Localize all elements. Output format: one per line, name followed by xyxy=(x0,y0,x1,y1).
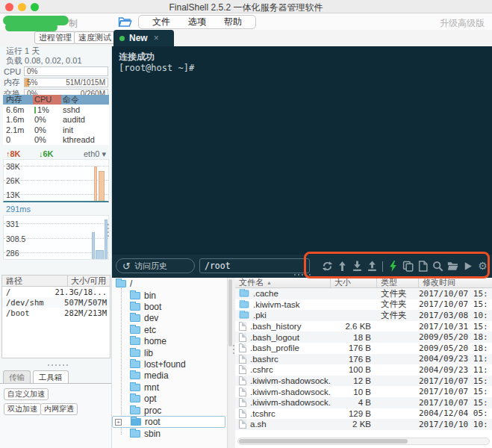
tree-node[interactable]: opt xyxy=(112,393,227,405)
tab-close-icon[interactable]: × xyxy=(154,33,159,43)
paste-icon[interactable] xyxy=(417,261,429,272)
file-row[interactable]: .kiwivm-shadowsock... 12 B2017/10/07 15: xyxy=(235,376,492,387)
column-size[interactable]: 大小 xyxy=(331,278,377,287)
folder-icon xyxy=(130,326,140,334)
upload-icon[interactable] xyxy=(367,261,378,272)
disk-row[interactable]: /boot 282M/213M xyxy=(2,308,110,318)
connection-manager-folder-icon[interactable] xyxy=(118,16,132,29)
file-icon xyxy=(239,409,246,418)
folder-icon xyxy=(130,384,140,391)
column-type[interactable]: 类型 xyxy=(377,278,419,287)
play-icon[interactable] xyxy=(462,261,473,272)
process-row[interactable]: 1.6m 0% auditd xyxy=(3,115,109,125)
disk-table-header[interactable]: 路径 大小/可用 xyxy=(2,276,110,287)
file-icon xyxy=(239,343,246,352)
process-manager-button[interactable]: 进程管理 xyxy=(34,31,76,44)
bottom-panel-splitter[interactable] xyxy=(48,364,68,366)
file-row[interactable]: .tcshrc 129 B2004/12/04 05: xyxy=(235,408,492,420)
sidebar-splitter[interactable] xyxy=(108,224,109,237)
chart-bar xyxy=(92,232,95,259)
file-row[interactable]: .kiwivm-shadowsock... 4 B2017/10/07 15: xyxy=(235,397,492,408)
menu-file[interactable]: 文件 xyxy=(143,16,179,28)
copy-icon[interactable] xyxy=(402,261,414,272)
folder-icon xyxy=(116,280,126,287)
history-dropdown[interactable]: ↺ 访问历史 xyxy=(116,258,195,273)
ping-value-label: 291ms xyxy=(6,205,31,214)
upgrade-premium-link[interactable]: 升级高级版 xyxy=(440,17,485,30)
file-browser: / bin boot dev etc home lib lost+found m… xyxy=(112,278,492,448)
file-row[interactable]: .cshrc 100 B2004/09/23 11: xyxy=(235,364,492,376)
file-row[interactable]: .bash_profile 176 B2009/05/20 18: xyxy=(235,343,492,354)
folder-icon xyxy=(130,314,140,322)
redaction-blob xyxy=(5,23,57,31)
open-folder-icon[interactable] xyxy=(447,261,458,272)
tree-node[interactable]: home xyxy=(112,336,227,347)
file-row[interactable]: .bashrc 176 B2004/09/23 11: xyxy=(235,354,492,365)
column-mtime[interactable]: 修改时间 xyxy=(419,278,492,287)
up-directory-icon[interactable] xyxy=(337,261,348,272)
file-row[interactable]: .bash_history 2.6 KB2017/10/31 15: xyxy=(235,321,492,332)
disk-row[interactable]: / 21.3G/18... xyxy=(2,287,110,297)
download-icon[interactable] xyxy=(352,261,363,272)
tree-node[interactable]: proc xyxy=(112,405,227,416)
file-row[interactable]: .kiwivm-shadowsock... 10 B2017/10/07 15: xyxy=(235,386,492,397)
main-menu: 文件 选项 帮助 xyxy=(138,15,256,29)
speed-test-button[interactable]: 速度测试 xyxy=(74,31,116,44)
file-row[interactable]: .bash_logout 18 B2009/05/20 18: xyxy=(235,332,492,343)
chart-bar xyxy=(96,250,104,259)
process-row[interactable]: 2.1m 0% init xyxy=(3,125,109,135)
file-list: 文件名▲ 大小 类型 修改时间 .cache 文件夹2017/10/07 15:… xyxy=(235,278,492,448)
tree-node[interactable]: mnt xyxy=(112,382,227,393)
expand-icon[interactable]: + xyxy=(115,419,122,426)
folder-icon xyxy=(130,407,140,414)
file-icon xyxy=(239,365,246,374)
file-list-hscrollbar[interactable] xyxy=(237,438,490,445)
file-icon xyxy=(239,388,246,396)
tree-node[interactable]: media xyxy=(112,370,227,382)
menu-options[interactable]: 选项 xyxy=(179,16,215,28)
process-table: 内存 CPU 命令 6.6m 1% sshd 1.6m 0% auditd 2.… xyxy=(3,95,109,145)
tree-node[interactable]: lib xyxy=(112,347,227,358)
tree-scrollbar[interactable] xyxy=(227,278,232,448)
process-table-header[interactable]: 内存 CPU 命令 xyxy=(3,95,109,105)
file-icon xyxy=(239,333,246,342)
search-icon[interactable] xyxy=(432,261,443,272)
process-row[interactable]: 0 0% kthreadd xyxy=(3,135,109,146)
tree-node-selected[interactable]: + root xyxy=(112,416,225,427)
tree-node[interactable]: bin xyxy=(112,290,227,301)
connected-status-dot xyxy=(119,36,125,41)
file-icon xyxy=(239,376,246,385)
disk-row[interactable]: /dev/shm 507M/507M xyxy=(2,297,110,308)
interface-selector[interactable]: eth0 ▾ xyxy=(84,149,106,159)
tree-node[interactable]: sbin xyxy=(112,429,227,440)
path-input[interactable] xyxy=(199,258,310,273)
cpu-meter: CPU 0% xyxy=(4,66,108,76)
file-row[interactable]: .pki 文件夹2017/03/08 10: xyxy=(235,310,492,321)
terminal-view[interactable]: 连接成功 [root@host ~]# xyxy=(112,46,492,255)
file-row[interactable]: a.sh 2 KB2017/10/10 10: xyxy=(235,419,492,430)
refresh-icon[interactable] xyxy=(322,261,333,272)
session-tab-new[interactable]: New × xyxy=(113,30,174,46)
tree-node[interactable]: dev xyxy=(112,313,227,324)
gear-icon[interactable]: ⚙ xyxy=(477,261,488,272)
file-row[interactable]: .cache 文件夹2017/10/07 15: xyxy=(235,288,492,299)
folder-icon xyxy=(130,349,140,357)
file-list-hscrollbar-thumb[interactable] xyxy=(239,439,408,444)
tab-toolbox[interactable]: 工具箱 xyxy=(33,370,69,383)
nat-traversal-button[interactable]: 内网穿透 xyxy=(40,403,78,415)
lightning-icon[interactable] xyxy=(387,261,399,272)
tree-node-root[interactable]: / xyxy=(112,278,227,289)
terminal-files-splitter[interactable] xyxy=(294,274,311,276)
custom-acceleration-button[interactable]: 自定义加速 xyxy=(4,388,49,400)
tree-node[interactable]: etc xyxy=(112,324,227,335)
process-row[interactable]: 6.6m 1% sshd xyxy=(3,105,109,115)
file-row[interactable]: .kiwivm-task 文件夹2017/10/07 15: xyxy=(235,299,492,311)
tree-node[interactable]: lost+found xyxy=(112,358,227,370)
history-label: 访问历史 xyxy=(134,261,167,272)
menu-help[interactable]: 帮助 xyxy=(215,16,251,28)
folder-icon xyxy=(130,292,140,299)
tab-transfer[interactable]: 传输 xyxy=(3,370,31,383)
tree-node[interactable]: boot xyxy=(112,301,227,312)
column-name[interactable]: 文件名▲ xyxy=(235,278,331,287)
dual-edge-acceleration-button[interactable]: 双边加速 xyxy=(4,403,41,415)
